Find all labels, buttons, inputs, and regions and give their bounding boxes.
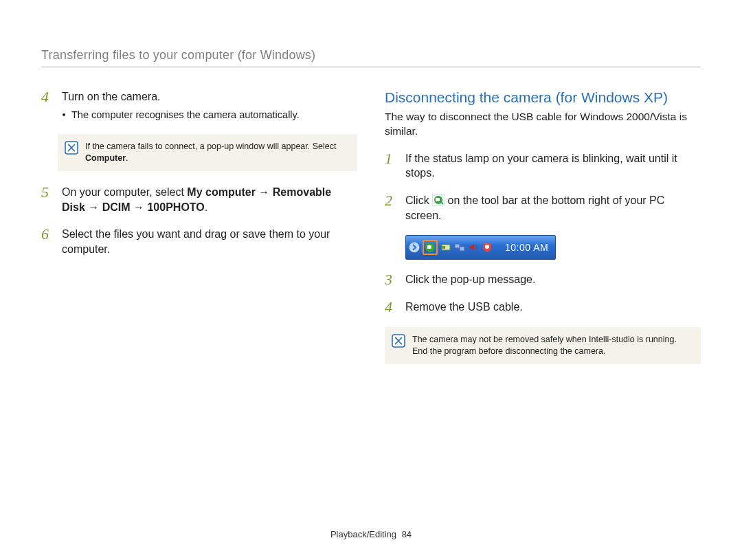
svg-point-11	[485, 245, 489, 249]
step-2: 2 Click on the tool bar at the bottom ri…	[385, 193, 701, 223]
manual-page: Transferring files to your computer (for…	[0, 0, 742, 560]
svg-rect-8	[442, 246, 445, 249]
shield-tray-icon	[482, 242, 493, 253]
step-4: 4 Turn on the camera. • The computer rec…	[41, 89, 357, 122]
content-columns: 4 Turn on the camera. • The computer rec…	[41, 89, 701, 378]
step-6: 6 Select the files you want and drag or …	[41, 227, 357, 256]
left-column: 4 Turn on the camera. • The computer rec…	[41, 89, 357, 378]
step-text: Remove the USB cable.	[405, 301, 523, 313]
note-icon	[392, 334, 405, 348]
taskbar-illustration: 10:00 AM	[405, 235, 701, 260]
note-bold: Computer	[85, 153, 126, 163]
step-text: Turn on the camera.	[62, 91, 160, 102]
step-body: Remove the USB cable.	[405, 300, 523, 315]
right-column: Disconnecting the camera (for Windows XP…	[385, 89, 701, 378]
note-icon	[65, 141, 78, 155]
step-number: 2	[385, 193, 397, 223]
step-tail: .	[205, 201, 207, 213]
bullet-dot: •	[62, 109, 66, 122]
step-body: Select the files you want and drag or sa…	[62, 227, 357, 256]
footer-section: Playback/Editing	[330, 529, 396, 539]
taskbar-clock: 10:00 AM	[505, 242, 548, 253]
bullet-item: • The computer recognises the camera aut…	[62, 109, 300, 122]
step-number: 1	[385, 151, 397, 181]
step-text: Select the files you want and drag or sa…	[62, 228, 330, 255]
step-number: 6	[41, 227, 54, 256]
step-5: 5 On your computer, select My computer →…	[41, 185, 357, 214]
bullet-list: • The computer recognises the camera aut…	[62, 109, 300, 122]
step-tail: on the tool bar at the bottom right of y…	[405, 194, 664, 221]
step-text: If the status lamp on your camera is bli…	[405, 153, 677, 179]
tray-highlight	[423, 240, 438, 255]
note-tail: .	[126, 153, 128, 163]
note-box: If the camera fails to connect, a pop-up…	[58, 134, 357, 171]
step-number: 4	[41, 89, 54, 122]
step-body: Turn on the camera. • The computer recog…	[62, 89, 300, 122]
volume-tray-icon	[468, 242, 479, 253]
step-number: 5	[41, 185, 54, 214]
note-text: The camera may not be removed safely whe…	[412, 334, 691, 357]
step-number: 3	[385, 272, 397, 287]
bullet-text: The computer recognises the camera autom…	[71, 109, 300, 122]
svg-point-4	[409, 243, 419, 252]
network-tray-icon	[454, 242, 465, 253]
note-line: If the camera fails to connect, a pop-up…	[85, 142, 336, 151]
step-4-right: 4 Remove the USB cable.	[385, 300, 701, 315]
step-3: 3 Click the pop-up message.	[385, 272, 701, 287]
chevron-icon	[409, 242, 420, 253]
taskbar: 10:00 AM	[405, 235, 556, 260]
safely-remove-icon	[432, 194, 445, 206]
usb-tray-icon	[440, 242, 451, 253]
page-footer: Playback/Editing 84	[0, 529, 742, 539]
svg-rect-3	[436, 198, 440, 201]
step-body: If the status lamp on your camera is bli…	[405, 151, 701, 181]
svg-rect-9	[455, 244, 460, 248]
step-1: 1 If the status lamp on your camera is b…	[385, 151, 701, 181]
header-rule	[41, 67, 701, 67]
step-text: Click the pop-up message.	[405, 273, 535, 285]
step-body: Click the pop-up message.	[405, 272, 535, 287]
step-lead: On your computer, select	[62, 186, 187, 198]
svg-rect-10	[460, 247, 464, 251]
step-body: On your computer, select My computer → R…	[62, 185, 357, 214]
step-body: Click on the tool bar at the bottom righ…	[405, 193, 701, 223]
header-title: Transferring files to your computer (for…	[41, 48, 701, 63]
section-subtext: The way to disconnect the USB cable for …	[385, 110, 701, 139]
note-box: The camera may not be removed safely whe…	[385, 327, 701, 364]
step-number: 4	[385, 300, 397, 315]
step-lead: Click	[405, 194, 432, 206]
safely-remove-tray-icon	[425, 242, 436, 253]
page-header: Transferring files to your computer (for…	[41, 48, 701, 67]
note-text: If the camera fails to connect, a pop-up…	[85, 141, 348, 164]
section-heading: Disconnecting the camera (for Windows XP…	[385, 89, 701, 106]
footer-page-number: 84	[402, 529, 412, 539]
svg-rect-6	[427, 245, 431, 249]
